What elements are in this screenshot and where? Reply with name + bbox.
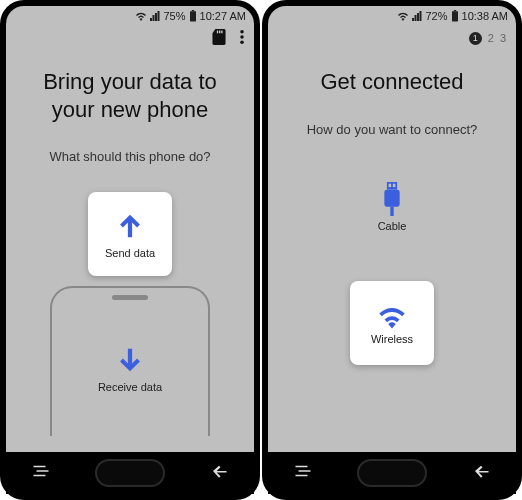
back-button[interactable] [210, 464, 228, 482]
svg-point-4 [240, 40, 244, 44]
svg-rect-7 [387, 182, 397, 190]
page-title: Get connected [320, 68, 463, 96]
battery-pct: 75% [163, 10, 185, 22]
svg-rect-9 [393, 183, 396, 186]
app-bar [6, 26, 254, 50]
battery-icon [189, 10, 197, 22]
wifi-icon [397, 11, 409, 21]
option-send[interactable]: Send data [88, 192, 172, 282]
signal-icon [412, 11, 422, 21]
page-subtitle: How do you want to connect? [307, 122, 478, 137]
step-2: 2 [488, 32, 494, 44]
phone-left: 75% 10:27 AM Bring your data to your new… [0, 0, 260, 500]
option-cable[interactable]: Cable [350, 165, 434, 255]
step-current: 1 [469, 32, 482, 45]
svg-rect-5 [452, 11, 458, 21]
svg-point-2 [240, 30, 244, 34]
app-bar: 1 2 3 [268, 26, 516, 50]
arrow-down-icon [113, 343, 147, 377]
page-title: Bring your data to your new phone [22, 68, 238, 123]
arrow-up-icon [113, 209, 147, 243]
screen: 75% 10:27 AM Bring your data to your new… [6, 6, 254, 452]
page-subtitle: What should this phone do? [49, 149, 210, 164]
home-button[interactable] [95, 459, 165, 487]
recents-button[interactable] [294, 464, 312, 482]
svg-rect-1 [191, 10, 193, 11]
battery-pct: 72% [425, 10, 447, 22]
option-label: Wireless [371, 333, 413, 345]
option-wireless[interactable]: Wireless [350, 281, 434, 371]
usb-icon [378, 182, 406, 216]
status-bar: 72% 10:38 AM [268, 6, 516, 26]
option-label: Receive data [98, 381, 162, 393]
screen: 72% 10:38 AM 1 2 3 Get connected How do … [268, 6, 516, 452]
svg-rect-11 [390, 206, 393, 215]
wifi-icon [135, 11, 147, 21]
svg-rect-10 [384, 189, 399, 206]
option-label: Cable [378, 220, 407, 232]
svg-rect-6 [453, 10, 455, 11]
step-3: 3 [500, 32, 506, 44]
svg-rect-8 [389, 183, 392, 186]
option-receive[interactable]: Receive data [88, 326, 172, 416]
more-icon[interactable] [240, 30, 244, 47]
content: Get connected How do you want to connect… [268, 50, 516, 452]
svg-rect-0 [190, 11, 196, 21]
option-label: Send data [105, 247, 155, 259]
nav-bar [6, 452, 254, 494]
battery-icon [451, 10, 459, 22]
wifi-icon [374, 301, 410, 329]
phone-right: 72% 10:38 AM 1 2 3 Get connected How do … [262, 0, 522, 500]
recents-button[interactable] [32, 464, 50, 482]
nav-bar [268, 452, 516, 494]
clock: 10:27 AM [200, 10, 246, 22]
home-button[interactable] [357, 459, 427, 487]
step-indicator: 1 2 3 [469, 32, 506, 45]
clock: 10:38 AM [462, 10, 508, 22]
signal-icon [150, 11, 160, 21]
phone-outline: Receive data [50, 286, 210, 436]
back-button[interactable] [472, 464, 490, 482]
content: Bring your data to your new phone What s… [6, 50, 254, 452]
status-bar: 75% 10:27 AM [6, 6, 254, 26]
sd-card-icon[interactable] [212, 29, 226, 48]
svg-point-3 [240, 35, 244, 39]
